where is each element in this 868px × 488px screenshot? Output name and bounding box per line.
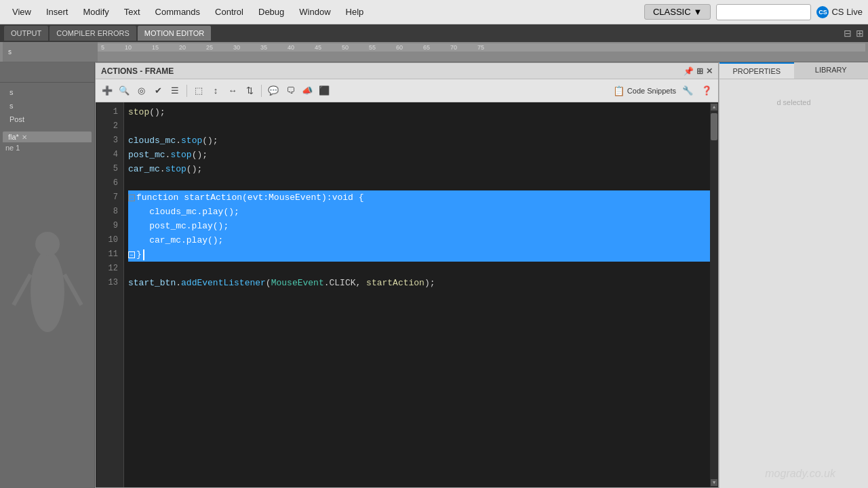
options-btn[interactable]: 🔧 [680, 83, 695, 98]
ruler-mark-10: 10 [125, 44, 132, 51]
svg-line-3 [64, 274, 81, 305]
expand-panel-icon[interactable]: ⊞ [696, 66, 703, 76]
main-content: s s Post fla* ✕ ne 1 ACTIONS - FRA [0, 62, 868, 488]
actions-title: ACTIONS - FRAME [101, 66, 174, 76]
collapse-expand-btn[interactable]: ↕ [208, 83, 223, 98]
right-panel: PROPERTIES LIBRARY d selected [719, 62, 868, 488]
ruler-mark-40: 40 [288, 44, 294, 51]
menu-item-text[interactable]: Text [117, 4, 147, 20]
fla-tab-label: fla* [8, 133, 19, 141]
uncomment-btn[interactable]: 🗨 [283, 83, 298, 98]
fla-tab[interactable]: fla* ✕ [3, 131, 92, 142]
line-num-13: 13 [96, 276, 118, 290]
classic-label: CLASSIC [653, 7, 691, 17]
scrollbar-vertical[interactable]: ▲ ▼ [710, 102, 718, 487]
collapse-11-icon[interactable]: − [128, 251, 135, 258]
sidebar-items: s s Post [0, 83, 94, 129]
tab-properties[interactable]: PROPERTIES [719, 62, 794, 79]
ruler-mark-60: 60 [396, 44, 403, 51]
timeline-labels: s [8, 48, 12, 56]
line-numbers: 1 2 3 4 5 6 7 8 9 10 11 12 13 [96, 102, 124, 487]
expand-all-btn[interactable]: ↔ [225, 83, 240, 98]
classic-button[interactable]: CLASSIC ▼ [644, 4, 711, 20]
ruler-mark-45: 45 [315, 44, 321, 51]
code-line-11: − } [128, 247, 710, 262]
check-syntax-btn[interactable]: ✔ [151, 83, 165, 98]
code-line-7: − function startAction(evt:MouseEvent):v… [128, 190, 710, 205]
apply-btn[interactable]: ⇅ [242, 83, 257, 98]
menu-item-debug[interactable]: Debug [252, 4, 291, 20]
collapse-7-icon[interactable]: − [128, 195, 135, 201]
line-num-11: 11 [96, 247, 118, 262]
tab-output[interactable]: OUTPUT [4, 26, 48, 41]
auto-format-btn[interactable]: ☰ [167, 83, 182, 98]
line-num-3: 3 [96, 134, 118, 148]
timeline-ne-label: ne 1 [3, 142, 92, 153]
sep2 [261, 85, 262, 97]
line-num-5: 5 [96, 162, 118, 176]
panel-content: d selected [719, 79, 868, 488]
debug-btn[interactable]: ⬚ [191, 83, 206, 98]
sidebar-s1: s [8, 48, 12, 56]
scroll-down-arrow[interactable]: ▼ [711, 479, 717, 486]
silhouette-svg [0, 156, 94, 359]
toolbar-right: 📋 Code Snippets 🔧 ❓ [613, 83, 714, 98]
code-line-9: post_mc.play(); [128, 219, 710, 233]
ruler-mark-25: 25 [206, 44, 213, 51]
pin-icon[interactable]: 📌 [684, 66, 694, 76]
ruler-mark-15: 15 [152, 44, 159, 51]
sep1 [186, 85, 187, 97]
code-line-5: car_mc.stop(); [128, 162, 710, 176]
ruler-mark-65: 65 [423, 44, 430, 51]
add-script-btn[interactable]: ➕ [100, 83, 115, 98]
close-panel-icon[interactable]: ✕ [706, 66, 713, 76]
fla-close-icon[interactable]: ✕ [22, 134, 27, 141]
line-num-12: 12 [96, 262, 118, 276]
block-indent-btn[interactable]: 📣 [300, 83, 315, 98]
help-btn[interactable]: ❓ [699, 83, 714, 98]
code-line-12 [128, 262, 710, 276]
menu-item-control[interactable]: Control [208, 4, 250, 20]
cs-live-button[interactable]: CS CS Live [816, 6, 863, 18]
search-input[interactable] [716, 4, 811, 20]
scroll-up-arrow[interactable]: ▲ [711, 104, 717, 110]
expand-icon[interactable]: ⊞ [856, 28, 864, 39]
code-editor[interactable]: 1 2 3 4 5 6 7 8 9 10 11 12 13 stop(); [96, 102, 718, 487]
menu-right: CLASSIC ▼ CS CS Live [644, 4, 863, 20]
line-num-1: 1 [96, 105, 118, 119]
timeline-left: s [3, 42, 98, 62]
menu-item-modify[interactable]: Modify [76, 4, 115, 20]
ruler-mark-55: 55 [369, 44, 376, 51]
target-btn[interactable]: ◎ [134, 83, 149, 98]
collapse-icon[interactable]: ⊟ [844, 28, 852, 39]
menu-item-insert[interactable]: Insert [39, 4, 75, 20]
tab-motion-editor[interactable]: MOTION EDITOR [138, 26, 211, 41]
fla-tab-area: fla* ✕ ne 1 [0, 129, 94, 156]
menu-item-window[interactable]: Window [292, 4, 337, 20]
line-num-7: 7 [96, 190, 118, 205]
line-num-8: 8 [96, 205, 118, 219]
comment-btn[interactable]: 💬 [266, 83, 281, 98]
code-line-3: clouds_mc.stop(); [128, 134, 710, 148]
scroll-thumb[interactable] [711, 113, 717, 140]
line-num-2: 2 [96, 119, 118, 134]
tab-bar: OUTPUT COMPILER ERRORS MOTION EDITOR ⊟ ⊞ [0, 24, 868, 42]
menu-item-help[interactable]: Help [339, 4, 371, 20]
panel-hint: d selected [725, 98, 863, 106]
tab-library[interactable]: LIBRARY [794, 62, 869, 79]
actions-toolbar: ➕ 🔍 ◎ ✔ ☰ ⬚ ↕ ↔ ⇅ 💬 🗨 📣 ⬛ 📋 Code Snippet… [96, 79, 718, 102]
menu-item-commands[interactable]: Commands [149, 4, 207, 20]
ruler-mark-35: 35 [260, 44, 267, 51]
svg-line-2 [14, 274, 31, 305]
code-content[interactable]: stop(); clouds_mc.stop(); post_mc.stop()… [124, 102, 710, 487]
find-btn[interactable]: 🔍 [117, 83, 132, 98]
menu-item-view[interactable]: View [5, 4, 38, 20]
ruler-mark-5: 5 [101, 44, 104, 51]
block-btn[interactable]: ⬛ [317, 83, 332, 98]
code-snippets-button[interactable]: 📋 Code Snippets [613, 85, 676, 96]
tab-bar-right: ⊟ ⊞ [844, 28, 864, 39]
tab-compiler-errors[interactable]: COMPILER ERRORS [50, 26, 136, 41]
svg-point-0 [31, 251, 64, 332]
cursor [143, 249, 144, 260]
ruler-mark-20: 20 [179, 44, 186, 51]
